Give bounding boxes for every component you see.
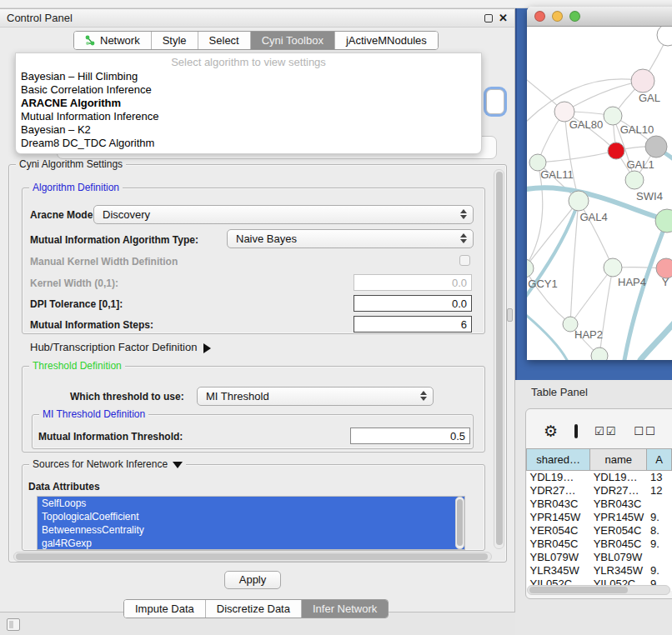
close-icon[interactable]: ✕ (499, 14, 508, 22)
tab-discretize-data[interactable]: Discretize Data (206, 600, 302, 618)
network-edge[interactable] (564, 81, 643, 112)
window-minimize-icon[interactable] (552, 11, 563, 22)
table-row[interactable]: YBR045CYBR045C9. (527, 538, 672, 551)
table-cell: YLR345W (590, 564, 647, 578)
focused-combo-fragment[interactable] (486, 89, 504, 114)
data-attribute-item[interactable]: TopologicalCoefficient (38, 510, 464, 523)
tab-select[interactable]: Select (198, 32, 251, 49)
table-cell: YBL079W (527, 551, 590, 564)
table-cell (647, 498, 672, 511)
tab-label: Network (100, 34, 140, 47)
settings-vertical-scrollbar[interactable] (494, 169, 504, 549)
node-label: GAL10 (620, 123, 654, 136)
mi-type-value: Naive Bayes (236, 232, 297, 245)
tab-style[interactable]: Style (152, 32, 198, 49)
which-threshold-combo[interactable]: MI Threshold (197, 387, 434, 406)
settings-horizontal-scrollbar[interactable] (13, 552, 492, 562)
mi-steps-field[interactable]: 6 (354, 316, 472, 332)
tab-label: Cyni Toolbox (262, 34, 323, 47)
network-edge[interactable] (570, 268, 613, 324)
sources-title-text: Sources for Network Inference (33, 458, 168, 470)
table-cell: YDR27… (590, 484, 647, 498)
table-row[interactable]: YBR043CYBR043C (527, 498, 672, 511)
table-row[interactable]: YDR27…YDR27…12 (527, 484, 672, 498)
attributes-scrollbar[interactable] (455, 497, 464, 549)
mi-threshold-group-title: MI Threshold Definition (39, 408, 148, 420)
tab-cyni-toolbox[interactable]: Cyni Toolbox (251, 32, 335, 49)
dpi-tolerance-field[interactable]: 0.0 (354, 295, 472, 312)
combo-spinner-icon (460, 233, 467, 243)
node-label: HAP2 (574, 328, 603, 341)
table-cell: YLR345W (527, 564, 590, 578)
aracne-mode-combo[interactable]: Discovery (93, 205, 474, 224)
network-edge[interactable] (599, 268, 613, 356)
dpi-tolerance-label: DPI Tolerance [0,1]: (30, 298, 123, 310)
apply-button[interactable]: Apply (224, 571, 281, 589)
kernel-width-field[interactable]: 0.0 (354, 274, 472, 291)
gear-icon[interactable]: ⚙ (544, 423, 558, 439)
columns-icon[interactable] (574, 424, 578, 438)
minimized-panel-icon[interactable] (7, 618, 20, 631)
table-row[interactable]: YBL079WYBL079W (527, 551, 672, 564)
algorithm-item[interactable]: Basic Correlation Inference (16, 83, 481, 97)
algorithm-item[interactable]: Mutual Information Inference (16, 110, 481, 123)
panel-split-handle[interactable] (507, 308, 513, 322)
node-label: GAL (639, 92, 660, 104)
tab-label: Infer Network (313, 602, 377, 615)
table-cell: 9. (647, 564, 672, 578)
network-node[interactable] (527, 259, 534, 278)
table-column-header[interactable]: A (647, 449, 672, 471)
hub-section-header[interactable]: Hub/Transcription Factor Definition (30, 341, 211, 353)
network-node[interactable] (604, 258, 622, 277)
table-row[interactable]: YPR145WYPR145W9. (527, 511, 672, 524)
mi-type-combo[interactable]: Naive Bayes (227, 229, 474, 248)
data-attributes-list: SelfLoopsTopologicalCoefficientBetweenne… (37, 496, 465, 550)
network-edge[interactable] (538, 151, 616, 162)
select-all-checks-icon[interactable]: ☑☑ (594, 425, 617, 438)
network-node[interactable] (631, 69, 654, 92)
table-column-header[interactable]: shared… (527, 449, 590, 471)
network-node[interactable] (608, 142, 624, 159)
network-node[interactable] (591, 348, 608, 360)
algorithm-definition-title: Algorithm Definition (29, 182, 123, 193)
data-attribute-item[interactable]: SelfLoops (38, 497, 464, 510)
network-node[interactable] (569, 191, 589, 211)
window-zoom-icon[interactable] (569, 11, 580, 22)
tab-infer-network[interactable]: Infer Network (302, 600, 388, 618)
network-node[interactable] (645, 136, 667, 158)
data-attribute-item[interactable]: gal4RGexp (38, 537, 464, 550)
table-column-header[interactable]: name (590, 449, 647, 471)
network-node[interactable] (657, 27, 672, 46)
table-row[interactable]: YER054CYER054C8. (527, 524, 672, 538)
table-cell: YPR145W (590, 511, 647, 524)
deselect-all-checks-icon[interactable]: ☐☐ (634, 425, 656, 438)
algorithm-dropdown-list: Bayesian – Hill ClimbingBasic Correlatio… (16, 70, 481, 150)
combo-spinner-icon (460, 209, 467, 219)
tab-label: Impute Data (135, 602, 194, 615)
network-node[interactable] (604, 107, 622, 125)
network-graph-canvas[interactable]: GALGAL80GAL10GAL1GAL11SWI4GAL4GCY1HAP4YH… (527, 27, 672, 360)
table-horizontal-scrollbar[interactable] (527, 585, 670, 595)
algorithm-item[interactable]: Bayesian – K2 (16, 123, 481, 137)
float-panel-icon[interactable] (484, 14, 493, 22)
tab-impute-data[interactable]: Impute Data (124, 600, 206, 618)
node-label: SWI4 (636, 190, 663, 202)
table-cell: 12 (647, 484, 672, 498)
network-edge-weighted[interactable] (640, 323, 672, 360)
mi-threshold-field[interactable]: 0.5 (350, 428, 470, 444)
network-node[interactable] (655, 209, 672, 232)
network-node[interactable] (625, 171, 644, 189)
table-cell: 13 (647, 471, 672, 484)
tab-network[interactable]: Network (74, 32, 152, 49)
data-attribute-item[interactable]: BetweennessCentrality (38, 523, 464, 537)
table-row[interactable]: YDL19…YDL19…13 (527, 471, 672, 484)
manual-kernel-checkbox[interactable] (459, 255, 470, 266)
tab-jactivemnodules[interactable]: jActiveMNodules (335, 32, 438, 49)
window-close-icon[interactable] (534, 11, 545, 22)
algorithm-item[interactable]: Bayesian – Hill Climbing (16, 70, 481, 83)
algorithm-item[interactable]: Dream8 DC_TDC Algorithm (16, 137, 481, 150)
algorithm-item[interactable]: ARACNE Algorithm (16, 97, 481, 110)
sources-group-title[interactable]: Sources for Network Inference (29, 458, 186, 470)
network-edge-weighted[interactable] (527, 312, 567, 360)
table-row[interactable]: YLR345WYLR345W9. (527, 564, 672, 578)
